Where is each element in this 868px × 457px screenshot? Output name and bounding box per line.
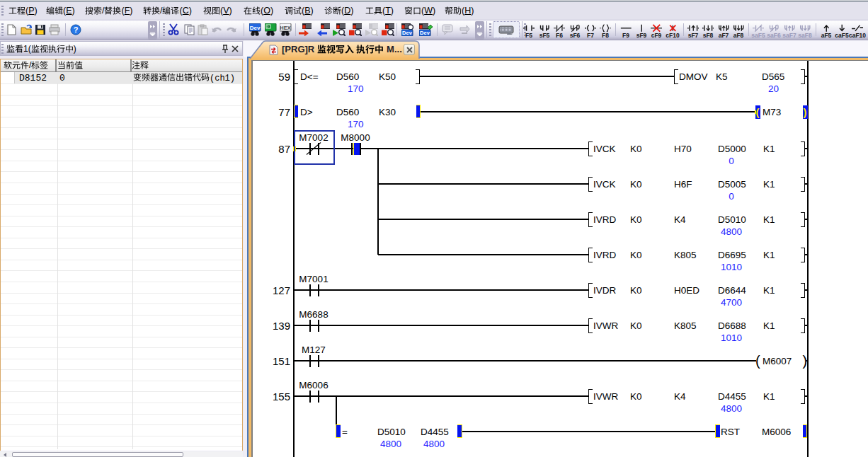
svg-text:?: ? <box>74 25 79 34</box>
svg-text:HEX: HEX <box>280 25 290 31</box>
svg-text:Dev: Dev <box>402 30 413 36</box>
svg-text:Dev: Dev <box>250 25 261 31</box>
svg-text:Dev: Dev <box>420 30 430 36</box>
